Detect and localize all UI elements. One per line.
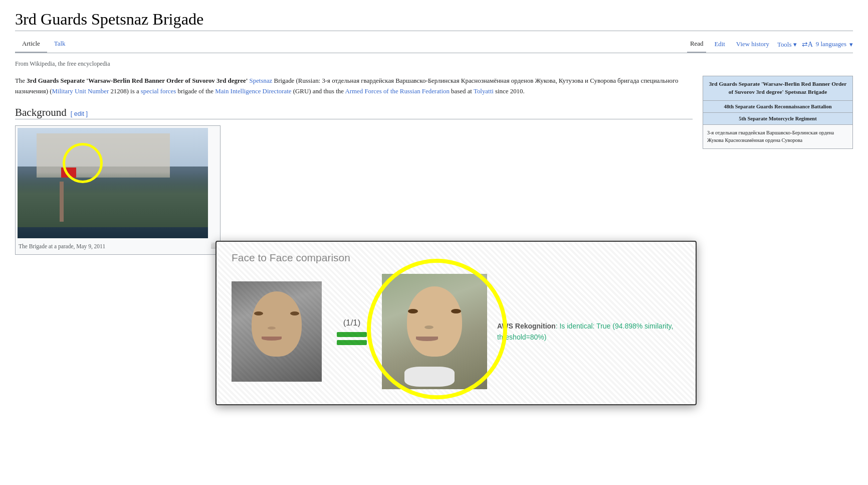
- tools-dropdown-icon: ▾: [793, 41, 797, 48]
- languages-chevron-icon: ▾: [849, 41, 853, 49]
- intro-bold-name: 3rd Guards Separate 'Warsaw-Berlin Red B…: [27, 77, 248, 84]
- brigade-image: [18, 128, 208, 238]
- intro-text-brigade: brigade of the: [176, 88, 215, 95]
- image-caption-text: The Brigade at a parade, May 9, 2011: [19, 242, 105, 250]
- intro-mun-num: 21208) is a: [109, 88, 141, 95]
- link-gru[interactable]: Main Intelligence Directorate: [215, 88, 291, 95]
- link-spetsnaz[interactable]: Spetsnaz: [250, 77, 273, 84]
- intro-text-gru: (GRU) and thus the: [291, 88, 345, 95]
- content-area: The 3rd Guards Separate 'Warsaw-Berlin R…: [15, 76, 853, 260]
- intro-text-since: since 2010.: [494, 88, 525, 95]
- tab-read[interactable]: Read: [687, 36, 706, 53]
- infobox: 3rd Guards Separate 'Warsaw-Berlin Red B…: [703, 76, 853, 149]
- infobox-text: 3-я отдельная гвардейская Варшавско-Берл…: [703, 125, 852, 148]
- from-wikipedia: From Wikipedia, the free encyclopedia: [15, 60, 853, 68]
- tools-label: Tools: [777, 41, 791, 48]
- intro-text-based: based at: [450, 88, 474, 95]
- tools-dropdown[interactable]: Tools ▾: [777, 41, 797, 49]
- wiki-image-wrapper: [18, 128, 208, 238]
- main-content: The 3rd Guards Separate 'Warsaw-Berlin R…: [15, 76, 693, 260]
- image-caption: The Brigade at a parade, May 9, 2011 ⬜: [18, 240, 218, 252]
- translate-icon: ⇄A: [802, 40, 813, 49]
- tabs-right: Read Edit View history Tools ▾ ⇄A 9 lang…: [687, 36, 853, 53]
- infobox-header: 3rd Guards Separate 'Warsaw-Berlin Red B…: [703, 76, 852, 101]
- tab-talk[interactable]: Talk: [47, 36, 73, 53]
- tab-edit[interactable]: Edit: [711, 37, 728, 52]
- tabs-left: Article Talk: [15, 36, 72, 53]
- intro-paragraph: The 3rd Guards Separate 'Warsaw-Berlin R…: [15, 76, 693, 96]
- tab-article[interactable]: Article: [15, 36, 47, 53]
- background-edit-link[interactable]: [ edit ]: [71, 110, 88, 117]
- brigade-image-box: The Brigade at a parade, May 9, 2011 ⬜: [15, 125, 221, 255]
- page-title: 3rd Guards Spetsnaz Brigade: [15, 10, 853, 31]
- languages-button[interactable]: ⇄A 9 languages ▾: [802, 40, 853, 49]
- background-title: Background: [15, 106, 67, 119]
- tab-view-history[interactable]: View history: [733, 37, 772, 52]
- face-comparison-title: Face to Face comparison: [232, 252, 681, 264]
- link-tolyatti[interactable]: Tolyatti: [474, 88, 494, 95]
- link-military-unit[interactable]: Military Unit Number: [52, 88, 109, 95]
- languages-label: 9 languages: [816, 41, 846, 48]
- section-background-heading: Background [ edit ]: [15, 106, 693, 119]
- link-special-forces[interactable]: special forces: [141, 88, 176, 95]
- infobox-subheader-1: 48th Separate Guards Reconnaissance Batt…: [703, 101, 852, 113]
- link-armed-forces[interactable]: Armed Forces of the Russian Federation: [345, 88, 449, 95]
- intro-text-start: The: [15, 77, 27, 84]
- tabs-bar: Article Talk Read Edit View history Tool…: [15, 36, 853, 53]
- face-comparison-overlay: Face to Face comparison (1/1): [215, 241, 697, 270]
- infobox-subheader-2: 5th Separate Motorcycle Regiment: [703, 113, 852, 125]
